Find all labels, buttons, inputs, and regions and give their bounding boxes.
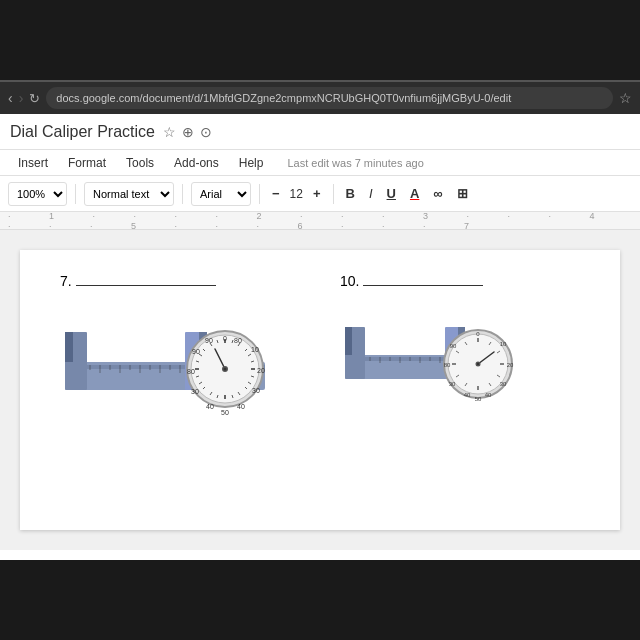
font-size: 12 bbox=[290, 187, 303, 201]
font-select[interactable]: Arial bbox=[191, 182, 251, 206]
menu-help[interactable]: Help bbox=[231, 154, 272, 172]
url-bar: ‹ › ↻ ☆ bbox=[0, 82, 640, 114]
star-doc-icon[interactable]: ☆ bbox=[163, 124, 176, 140]
menu-addons[interactable]: Add-ons bbox=[166, 154, 227, 172]
ruler: · 1 · · · · 2 · · · 3 · · · 4 · · · 5 · … bbox=[0, 212, 640, 230]
question-7-label: 7. bbox=[60, 273, 72, 289]
italic-btn[interactable]: I bbox=[365, 184, 377, 203]
svg-text:30: 30 bbox=[449, 381, 456, 387]
image-btn[interactable]: ⊞ bbox=[453, 184, 472, 203]
svg-text:20: 20 bbox=[257, 367, 265, 374]
question-10: 10. bbox=[340, 270, 520, 437]
menu-insert[interactable]: Insert bbox=[10, 154, 56, 172]
svg-text:10: 10 bbox=[251, 346, 259, 353]
svg-text:30: 30 bbox=[191, 388, 199, 395]
color-btn[interactable]: A bbox=[406, 184, 423, 203]
increase-font-btn[interactable]: + bbox=[309, 184, 325, 203]
svg-text:40: 40 bbox=[237, 403, 245, 410]
svg-text:90: 90 bbox=[205, 337, 213, 344]
svg-text:20: 20 bbox=[507, 362, 514, 368]
underline-btn[interactable]: U bbox=[383, 184, 400, 203]
doc-title-bar: Dial Caliper Practice ☆ ⊕ ⊙ bbox=[0, 114, 640, 150]
svg-rect-80 bbox=[345, 327, 352, 355]
svg-text:10: 10 bbox=[500, 341, 507, 347]
bookmark-icon[interactable]: ☆ bbox=[619, 90, 632, 106]
svg-point-109 bbox=[477, 363, 479, 365]
doc-action-icons: ☆ ⊕ ⊙ bbox=[163, 124, 212, 140]
divider-4 bbox=[333, 184, 334, 204]
question-7: 7. bbox=[60, 270, 280, 457]
svg-text:30: 30 bbox=[500, 381, 507, 387]
menu-tools[interactable]: Tools bbox=[118, 154, 162, 172]
doc-content: 7. bbox=[0, 230, 640, 550]
decrease-font-btn[interactable]: − bbox=[268, 184, 284, 203]
doc-title: Dial Caliper Practice bbox=[10, 123, 155, 141]
svg-text:50: 50 bbox=[221, 409, 229, 416]
svg-text:90: 90 bbox=[192, 348, 200, 355]
svg-rect-20 bbox=[65, 332, 73, 362]
divider-3 bbox=[259, 184, 260, 204]
svg-text:90: 90 bbox=[450, 343, 457, 349]
question-row: 7. bbox=[60, 270, 580, 457]
toolbar: 100% Normal text Arial − 12 + B I U A ∞ … bbox=[0, 176, 640, 212]
svg-text:40: 40 bbox=[464, 392, 471, 398]
question-10-line bbox=[363, 270, 483, 286]
svg-text:30: 30 bbox=[252, 387, 260, 394]
zoom-select[interactable]: 100% bbox=[8, 182, 67, 206]
divider-2 bbox=[182, 184, 183, 204]
svg-text:40: 40 bbox=[485, 392, 492, 398]
question-7-line bbox=[76, 270, 216, 286]
menu-format[interactable]: Format bbox=[60, 154, 114, 172]
ruler-marks: · 1 · · · · 2 · · · 3 · · · 4 · · · 5 · … bbox=[8, 212, 632, 230]
bookmark-doc-icon[interactable]: ⊕ bbox=[182, 124, 194, 140]
bold-btn[interactable]: B bbox=[342, 184, 359, 203]
refresh-icon[interactable]: ↻ bbox=[29, 91, 40, 106]
question-10-label: 10. bbox=[340, 273, 359, 289]
svg-point-63 bbox=[224, 368, 227, 371]
caliper-1: 0 10 20 30 40 50 40 30 80 90 90 bbox=[60, 297, 280, 457]
url-input[interactable] bbox=[46, 87, 613, 109]
share-doc-icon[interactable]: ⊙ bbox=[200, 124, 212, 140]
menu-bar: Insert Format Tools Add-ons Help Last ed… bbox=[0, 150, 640, 176]
svg-text:80: 80 bbox=[444, 362, 451, 368]
back-icon[interactable]: ‹ bbox=[8, 90, 13, 106]
svg-text:40: 40 bbox=[206, 403, 214, 410]
style-select[interactable]: Normal text bbox=[84, 182, 174, 206]
last-edit-text: Last edit was 7 minutes ago bbox=[287, 157, 423, 169]
forward-icon[interactable]: › bbox=[19, 90, 24, 106]
divider-1 bbox=[75, 184, 76, 204]
doc-page: 7. bbox=[20, 250, 620, 530]
browser-window: ‹ › ↻ ☆ Dial Caliper Practice ☆ ⊕ ⊙ Inse… bbox=[0, 80, 640, 560]
svg-text:50: 50 bbox=[475, 396, 482, 402]
caliper-2: 0 10 20 30 40 50 40 30 80 90 bbox=[340, 297, 520, 437]
svg-text:80: 80 bbox=[187, 368, 195, 375]
svg-text:80: 80 bbox=[234, 337, 242, 344]
svg-text:0: 0 bbox=[223, 335, 227, 342]
link-btn[interactable]: ∞ bbox=[429, 184, 446, 203]
